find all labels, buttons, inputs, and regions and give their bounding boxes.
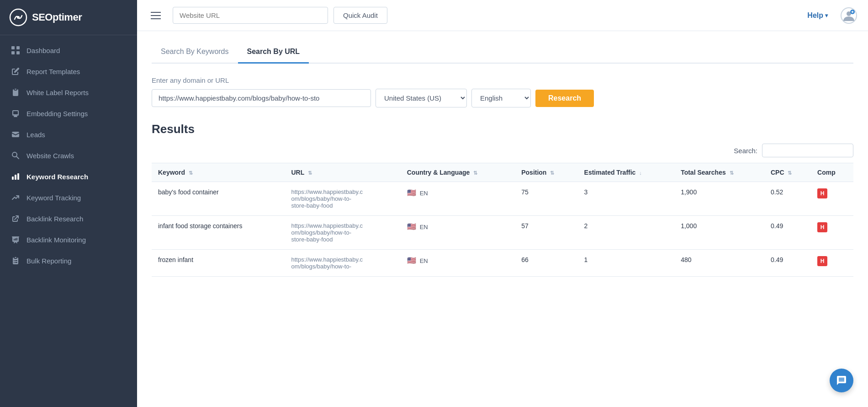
copy-icon <box>11 88 20 97</box>
language-badge: EN <box>420 224 428 230</box>
col-country-language[interactable]: Country & Language ⇅ <box>401 163 515 182</box>
col-url[interactable]: URL ⇅ <box>285 163 401 182</box>
sort-position-icon: ⇅ <box>550 170 554 176</box>
seoptimer-logo-icon <box>9 8 27 27</box>
sidebar-item-keyword-tracking[interactable]: Keyword Tracking <box>0 187 137 208</box>
flag-icon: 🇺🇸 <box>407 189 416 197</box>
sidebar-item-report-templates[interactable]: Report Templates <box>0 61 137 82</box>
competition-badge: H <box>817 222 827 232</box>
flag-icon: 🇺🇸 <box>407 257 416 264</box>
sidebar-item-backlink-research-label: Backlink Research <box>26 215 83 223</box>
activity-icon <box>11 235 20 244</box>
sidebar-item-dashboard-label: Dashboard <box>26 47 60 54</box>
domain-input[interactable] <box>152 89 371 107</box>
cell-competition: H <box>811 182 853 216</box>
hamburger-button[interactable] <box>148 9 164 22</box>
table-row: infant food storage containers https://w… <box>152 216 853 250</box>
col-estimated-traffic[interactable]: Estimated Traffic ↓ <box>578 163 675 182</box>
help-chevron-icon: ▾ <box>825 12 828 19</box>
col-competition[interactable]: Comp <box>811 163 853 182</box>
competition-badge: H <box>817 256 827 266</box>
language-badge: EN <box>420 257 428 264</box>
layers-icon <box>11 256 20 265</box>
sort-traffic-icon: ↓ <box>639 170 642 176</box>
col-keyword[interactable]: Keyword ⇅ <box>152 163 285 182</box>
sort-keyword-icon: ⇅ <box>189 170 193 176</box>
cell-estimated-traffic: 2 <box>578 216 675 250</box>
main-area: Quick Audit Help ▾ Search By Keywords Se… <box>137 0 868 407</box>
tab-search-by-url[interactable]: Search By URL <box>238 42 309 64</box>
website-url-input[interactable] <box>173 7 328 24</box>
cell-position: 66 <box>515 250 577 277</box>
sidebar-item-dashboard[interactable]: Dashboard <box>0 40 137 61</box>
table-row: frozen infant https://www.happiestbaby.c… <box>152 250 853 277</box>
sort-searches-icon: ⇅ <box>730 170 734 176</box>
cell-keyword: infant food storage containers <box>152 216 285 250</box>
table-row: baby's food container https://www.happie… <box>152 182 853 216</box>
sidebar-item-keyword-research-label: Keyword Research <box>26 173 88 181</box>
search-form-row: United States (US) United Kingdom (GB) C… <box>152 89 853 107</box>
tab-search-by-keywords[interactable]: Search By Keywords <box>152 42 238 64</box>
col-position[interactable]: Position ⇅ <box>515 163 577 182</box>
sidebar-item-white-label-reports-label: White Label Reports <box>26 89 89 96</box>
trending-up-icon <box>11 193 20 202</box>
country-select[interactable]: United States (US) United Kingdom (GB) C… <box>376 89 467 107</box>
research-button[interactable]: Research <box>535 90 594 107</box>
sidebar-item-keyword-research[interactable]: Keyword Research <box>0 166 137 187</box>
quick-audit-button[interactable]: Quick Audit <box>333 7 387 24</box>
svg-point-1 <box>17 16 20 19</box>
search-icon <box>11 151 20 160</box>
url-field-label: Enter any domain or URL <box>152 76 853 84</box>
cell-keyword: frozen infant <box>152 250 285 277</box>
bar-chart-icon <box>11 172 20 181</box>
sidebar-item-bulk-reporting[interactable]: Bulk Reporting <box>0 250 137 271</box>
sidebar-item-backlink-research[interactable]: Backlink Research <box>0 208 137 229</box>
cell-total-searches: 480 <box>674 250 764 277</box>
cell-total-searches: 1,900 <box>674 182 764 216</box>
sidebar-item-backlink-monitoring[interactable]: Backlink Monitoring <box>0 229 137 250</box>
results-search-label: Search: <box>734 147 757 155</box>
cell-estimated-traffic: 1 <box>578 250 675 277</box>
svg-rect-4 <box>11 51 15 54</box>
flag-icon: 🇺🇸 <box>407 223 416 230</box>
sidebar-item-bulk-reporting-label: Bulk Reporting <box>26 257 71 265</box>
language-badge: EN <box>420 190 428 197</box>
cell-cpc: 0.49 <box>764 250 811 277</box>
results-table: Keyword ⇅ URL ⇅ Country & Language ⇅ P <box>152 163 853 277</box>
tabs: Search By Keywords Search By URL <box>152 42 853 64</box>
grid-icon <box>11 46 20 55</box>
sidebar-item-embedding-settings[interactable]: Embedding Settings <box>0 103 137 124</box>
sidebar-item-embedding-settings-label: Embedding Settings <box>26 110 88 118</box>
cell-url: https://www.happiestbaby.com/blogs/baby/… <box>285 182 401 216</box>
help-button[interactable]: Help ▾ <box>807 11 828 20</box>
cell-position: 75 <box>515 182 577 216</box>
language-select[interactable]: English Spanish French German Portuguese <box>471 89 531 107</box>
cell-url: https://www.happiestbaby.com/blogs/baby/… <box>285 250 401 277</box>
sidebar-logo: SEOptimer <box>0 0 137 35</box>
cell-cpc: 0.49 <box>764 216 811 250</box>
logo-text: SEOptimer <box>32 11 82 23</box>
cell-competition: H <box>811 216 853 250</box>
cell-cpc: 0.52 <box>764 182 811 216</box>
cell-keyword: baby's food container <box>152 182 285 216</box>
col-cpc[interactable]: CPC ⇅ <box>764 163 811 182</box>
col-total-searches[interactable]: Total Searches ⇅ <box>674 163 764 182</box>
external-link-icon <box>11 214 20 223</box>
help-label: Help <box>807 11 823 20</box>
chat-icon <box>836 375 847 386</box>
chat-button[interactable] <box>830 369 853 392</box>
embed-icon <box>11 109 20 118</box>
sidebar-item-white-label-reports[interactable]: White Label Reports <box>0 82 137 103</box>
results-search-input[interactable] <box>762 144 853 157</box>
user-avatar-icon[interactable] <box>841 7 857 24</box>
sidebar-item-leads[interactable]: Leads <box>0 124 137 145</box>
sort-country-icon: ⇅ <box>473 170 477 176</box>
sidebar-item-keyword-tracking-label: Keyword Tracking <box>26 194 81 202</box>
svg-rect-5 <box>16 51 20 54</box>
mail-icon <box>11 130 20 139</box>
cell-total-searches: 1,000 <box>674 216 764 250</box>
cell-position: 57 <box>515 216 577 250</box>
svg-rect-3 <box>16 46 20 49</box>
table-header-row: Keyword ⇅ URL ⇅ Country & Language ⇅ P <box>152 163 853 182</box>
sidebar-item-website-crawls[interactable]: Website Crawls <box>0 145 137 166</box>
